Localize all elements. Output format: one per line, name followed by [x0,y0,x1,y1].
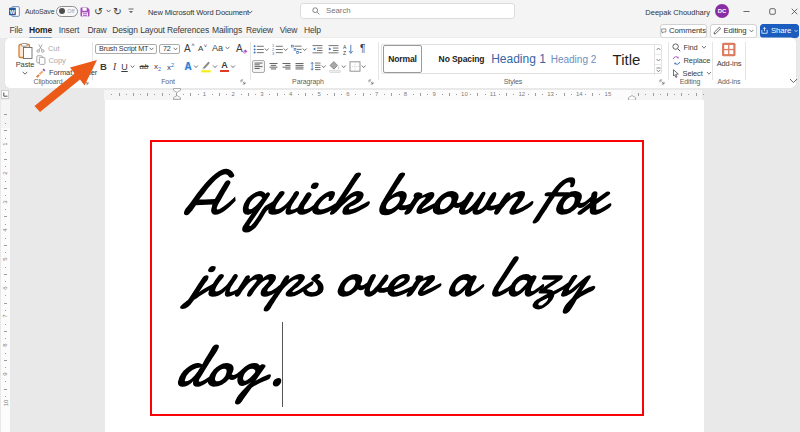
quick-access-overflow-icon[interactable] [128,8,134,14]
cut-button[interactable]: Cut [36,44,59,53]
font-name-combobox[interactable]: Brush Script MT [95,44,157,55]
tab-references[interactable]: References [167,23,209,37]
comments-button[interactable]: Comments [660,24,707,38]
font-dialog-launcher[interactable] [240,79,246,85]
font-size-combobox[interactable]: 72 [159,44,180,55]
font-color-button[interactable]: A [219,61,230,72]
tab-layout[interactable]: Layout [140,23,165,37]
italic-button[interactable]: I [109,62,120,72]
numbering-button[interactable]: 123 [272,44,283,55]
bullets-button[interactable] [253,44,264,55]
horizontal-ruler[interactable]: 123456789101112131415 [104,90,702,100]
style-normal[interactable]: Normal [383,45,422,73]
undo-dropdown-chevron[interactable] [106,9,111,13]
minimize-button[interactable] [733,0,759,22]
paragraph-row1: 123 A Z ¶ [253,44,365,55]
show-paragraph-marks-button[interactable]: ¶ [360,43,365,54]
tab-insert[interactable]: Insert [59,23,79,37]
group-divider [378,42,379,80]
document-text-line-2 [178,256,600,314]
document-page[interactable] [105,100,704,432]
ruler-tick [5,238,6,239]
text-effects-chevron-icon[interactable] [193,60,200,73]
tab-help[interactable]: Help [304,23,321,37]
shrink-font-button[interactable]: A˅ [198,44,207,54]
format-painter-button[interactable]: Format Painter [35,68,97,78]
share-button[interactable]: Share [760,24,799,38]
close-button[interactable] [781,0,800,22]
strikethrough-button[interactable]: ab [137,62,151,71]
highlight-chevron-icon[interactable] [212,60,219,73]
ruler-tick [4,188,7,189]
replace-button[interactable]: Replace [672,56,710,65]
multilevel-list-button[interactable] [291,44,302,55]
editing-mode-button[interactable]: Editing [710,24,757,38]
styles-gallery-more-button[interactable] [655,65,662,75]
styles-scroll-up-button[interactable] [655,44,662,55]
style-heading-1[interactable]: Heading 1 [494,45,544,73]
tab-file[interactable]: File [9,23,22,37]
line-spacing-chevron-icon[interactable] [321,60,327,73]
format-painter-label: Format Painter [49,68,97,77]
avatar[interactable]: DC [715,4,729,18]
tab-design[interactable]: Design [112,23,138,37]
undo-button[interactable]: ↺ [94,6,103,16]
highlight-button[interactable] [200,60,212,73]
close-icon [791,8,798,15]
document-title[interactable]: New Microsoft Word Document [148,8,249,17]
tab-home[interactable]: Home [29,23,52,37]
ruler-tick [456,94,457,95]
first-line-indent-marker[interactable] [173,88,181,93]
increase-indent-button[interactable] [328,44,339,55]
ruler-tick [5,281,6,282]
tab-stop-selector[interactable] [1,90,9,99]
find-button[interactable]: Find [672,43,708,52]
subscript-button[interactable]: x2 [151,62,164,72]
numbering-chevron-icon[interactable] [283,44,289,55]
grow-font-button[interactable]: A˄ [184,43,195,54]
styles-scroll-down-button[interactable] [655,55,662,66]
doc-title-chevron-icon[interactable] [247,10,253,14]
superscript-button[interactable]: x2 [164,62,177,72]
style-heading-2[interactable]: Heading 2 [552,45,596,73]
bold-button[interactable]: B [98,61,109,72]
addins-button[interactable]: Add-ins [715,42,743,68]
shading-button[interactable] [329,60,341,73]
line-spacing-button[interactable] [310,60,321,73]
search-input[interactable]: Search [300,3,515,19]
align-left-button[interactable] [252,60,265,73]
style-title[interactable]: Title [607,45,647,73]
save-button[interactable] [80,7,90,17]
clipboard-dialog-launcher[interactable] [83,79,89,85]
vertical-ruler[interactable]: 12345678910 [1,100,10,432]
text-effects-button[interactable]: A [183,61,193,72]
hruler-number: 13 [547,91,554,97]
shading-chevron-icon[interactable] [341,60,347,73]
decrease-indent-button[interactable] [312,44,323,55]
select-button[interactable]: Select [672,69,713,78]
bullets-chevron-icon[interactable] [264,44,270,55]
paragraph-dialog-launcher[interactable] [368,79,374,85]
title-bar: W AutoSave Off ↺ ↻ New Microsoft Word Do… [0,0,800,22]
underline-button[interactable]: U [120,62,129,72]
copy-button[interactable]: Copy [36,55,66,65]
tab-mailings[interactable]: Mailings [212,23,242,37]
justify-button[interactable] [295,60,304,73]
tab-review[interactable]: Review [246,23,273,37]
borders-chevron-icon[interactable] [361,60,367,73]
tab-view[interactable]: View [280,23,298,37]
align-center-button[interactable] [269,60,278,73]
sort-button[interactable]: A Z [343,44,354,55]
tab-draw[interactable]: Draw [87,23,106,37]
autosave-toggle[interactable]: Off [56,6,78,17]
multilevel-chevron-icon[interactable] [302,44,308,55]
font-color-chevron-icon[interactable] [230,60,237,73]
redo-button[interactable]: ↻ [113,6,122,16]
clear-formatting-button[interactable]: A [236,43,248,54]
style-no-spacing[interactable]: No Spacing [437,45,487,73]
change-case-button[interactable]: Aa [212,43,230,53]
align-right-button[interactable] [282,60,291,73]
collapse-ribbon-chevron[interactable] [789,78,798,84]
underline-chevron-icon[interactable] [129,60,137,73]
borders-button[interactable] [349,60,361,73]
